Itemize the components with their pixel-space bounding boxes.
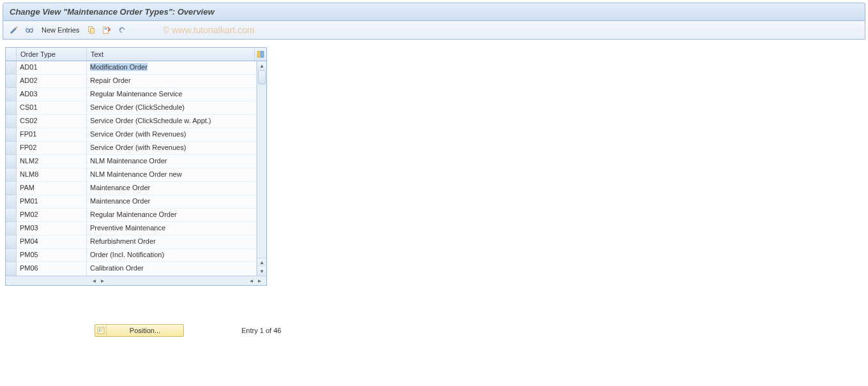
- row-handle[interactable]: [6, 182, 17, 195]
- order-types-table: Order Type Text AD01Modification OrderAD…: [5, 47, 267, 286]
- table-row[interactable]: PM03Preventive Maintenance: [6, 222, 266, 235]
- vertical-scrollbar[interactable]: ▲ ▲ ▼: [257, 61, 266, 276]
- hscroll-right-icon[interactable]: ►: [98, 277, 107, 285]
- scroll-track[interactable]: [257, 70, 266, 258]
- scroll-up-icon[interactable]: ▲: [257, 61, 266, 70]
- entry-counter: Entry 1 of 46: [241, 327, 281, 334]
- hscroll-left2-icon[interactable]: ◄: [247, 277, 255, 285]
- svg-rect-10: [99, 330, 100, 332]
- cell-order-type[interactable]: AD01: [17, 61, 87, 75]
- table-row[interactable]: NLM8NLM Maintenance Order new: [6, 168, 266, 182]
- table-row[interactable]: AD02Repair Order: [6, 75, 266, 88]
- table-row[interactable]: PM06Calibration Order: [6, 262, 266, 276]
- row-handle[interactable]: [6, 235, 17, 249]
- table-row[interactable]: PAMMaintenance Order: [6, 182, 266, 195]
- table-row[interactable]: NLM2NLM Maintenance Order: [6, 155, 266, 168]
- row-handle[interactable]: [6, 115, 17, 128]
- cell-order-type[interactable]: AD02: [17, 75, 87, 88]
- scroll-near-bottom-icon[interactable]: ▲: [257, 258, 266, 267]
- page-title: Change View "Maintenance Order Types": O…: [10, 7, 858, 17]
- cell-order-type[interactable]: PM03: [17, 222, 87, 235]
- column-text[interactable]: Text: [87, 48, 255, 61]
- svg-rect-12: [101, 330, 103, 331]
- table-row[interactable]: PM05Order (Incl. Notification): [6, 249, 266, 262]
- row-handle[interactable]: [6, 222, 17, 235]
- scroll-thumb[interactable]: [258, 70, 266, 84]
- undo-icon[interactable]: [116, 24, 128, 36]
- cell-order-type[interactable]: PM02: [17, 209, 87, 222]
- cell-order-type[interactable]: PM01: [17, 195, 87, 209]
- change-icon[interactable]: [8, 24, 20, 36]
- cell-text[interactable]: Maintenance Order: [87, 182, 257, 195]
- row-handle[interactable]: [6, 168, 17, 182]
- cell-text[interactable]: Calibration Order: [87, 262, 257, 276]
- content-area: Order Type Text AD01Modification OrderAD…: [0, 40, 868, 345]
- cell-order-type[interactable]: PM04: [17, 235, 87, 249]
- row-handle[interactable]: [6, 142, 17, 155]
- cell-text[interactable]: Repair Order: [87, 75, 257, 88]
- cell-text[interactable]: Service Order (with Revenues): [87, 128, 257, 142]
- cell-order-type[interactable]: CS01: [17, 101, 87, 115]
- scroll-down-icon[interactable]: ▼: [257, 267, 266, 276]
- cell-order-type[interactable]: PM05: [17, 249, 87, 262]
- row-handle[interactable]: [6, 195, 17, 209]
- copy-as-icon[interactable]: [86, 24, 97, 36]
- table-row[interactable]: FP02Service Order (with Revenues): [6, 142, 266, 155]
- cell-order-type[interactable]: PAM: [17, 182, 87, 195]
- cell-text[interactable]: NLM Maintenance Order new: [87, 168, 257, 182]
- cell-text[interactable]: Regular Maintenance Order: [87, 209, 257, 222]
- table-row[interactable]: PM04Refurbishment Order: [6, 235, 266, 249]
- table-body: AD01Modification OrderAD02Repair OrderAD…: [6, 61, 266, 276]
- table-row[interactable]: CS02Service Order (ClickSchedule w. Appt…: [6, 115, 266, 128]
- cell-text[interactable]: Refurbishment Order: [87, 235, 257, 249]
- svg-rect-4: [103, 27, 109, 34]
- svg-rect-7: [261, 51, 264, 57]
- cell-text[interactable]: Service Order (with Revenues): [87, 142, 257, 155]
- position-button[interactable]: Position...: [95, 324, 184, 337]
- delete-icon[interactable]: [101, 24, 112, 36]
- row-handle-header[interactable]: [6, 48, 17, 61]
- row-handle[interactable]: [6, 128, 17, 142]
- table-row[interactable]: AD03Regular Maintenance Service: [6, 88, 266, 101]
- row-handle[interactable]: [6, 262, 17, 276]
- title-bar: Change View "Maintenance Order Types": O…: [3, 3, 865, 21]
- svg-rect-3: [91, 28, 95, 33]
- table-row[interactable]: PM01Maintenance Order: [6, 195, 266, 209]
- cell-order-type[interactable]: AD03: [17, 88, 87, 101]
- cell-text[interactable]: Preventive Maintenance: [87, 222, 257, 235]
- column-order-type[interactable]: Order Type: [17, 48, 87, 61]
- cell-text[interactable]: Service Order (ClickSchedule w. Appt.): [87, 115, 257, 128]
- glasses-detail-icon[interactable]: [24, 24, 35, 36]
- cell-text[interactable]: Maintenance Order: [87, 195, 257, 209]
- watermark-text: © www.tutorialkart.com: [163, 25, 254, 35]
- row-handle[interactable]: [6, 101, 17, 115]
- cell-order-type[interactable]: NLM2: [17, 155, 87, 168]
- table-settings-icon[interactable]: [255, 48, 266, 61]
- cell-order-type[interactable]: NLM8: [17, 168, 87, 182]
- cell-text[interactable]: Service Order (ClickSchedule): [87, 101, 257, 115]
- row-handle[interactable]: [6, 75, 17, 88]
- table-row[interactable]: CS01Service Order (ClickSchedule): [6, 101, 266, 115]
- cell-text[interactable]: Order (Incl. Notification): [87, 249, 257, 262]
- row-handle[interactable]: [6, 249, 17, 262]
- row-handle[interactable]: [6, 209, 17, 222]
- toolbar: New Entries © www.tutorialkart.com: [3, 21, 865, 40]
- table-row[interactable]: PM02Regular Maintenance Order: [6, 209, 266, 222]
- row-handle[interactable]: [6, 61, 17, 75]
- new-entries-button[interactable]: New Entries: [39, 25, 82, 35]
- table-row[interactable]: FP01Service Order (with Revenues): [6, 128, 266, 142]
- position-icon: [95, 325, 107, 336]
- cell-text[interactable]: Regular Maintenance Service: [87, 88, 257, 101]
- row-handle[interactable]: [6, 155, 17, 168]
- table-row[interactable]: AD01Modification Order: [6, 61, 266, 75]
- horizontal-scrollbar[interactable]: ◄ ► ◄ ►: [6, 276, 266, 285]
- cell-order-type[interactable]: PM06: [17, 262, 87, 276]
- cell-text[interactable]: NLM Maintenance Order: [87, 155, 257, 168]
- cell-order-type[interactable]: FP02: [17, 142, 87, 155]
- hscroll-left-icon[interactable]: ◄: [90, 277, 98, 285]
- row-handle[interactable]: [6, 88, 17, 101]
- cell-order-type[interactable]: FP01: [17, 128, 87, 142]
- cell-text[interactable]: Modification Order: [87, 61, 257, 75]
- hscroll-right2-icon[interactable]: ►: [255, 277, 264, 285]
- cell-order-type[interactable]: CS02: [17, 115, 87, 128]
